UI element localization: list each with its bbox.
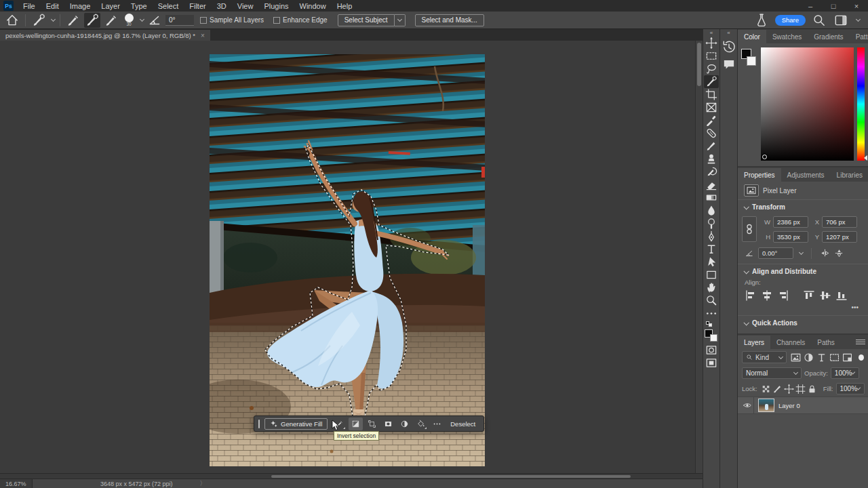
- gradient-tool[interactable]: [704, 191, 719, 204]
- select-and-mask-button[interactable]: Select and Mask...: [415, 14, 484, 26]
- eyedropper-tool[interactable]: [704, 114, 719, 127]
- enhance-edge-checkbox[interactable]: Enhance Edge: [273, 16, 328, 24]
- lock-all-button[interactable]: [806, 384, 818, 394]
- foreground-background-colors[interactable]: [705, 329, 718, 342]
- menu-help[interactable]: Help: [332, 0, 358, 12]
- eraser-tool[interactable]: [704, 178, 719, 191]
- canvas-area[interactable]: Generative Fill Deselect Invert selectio…: [0, 41, 703, 473]
- zoom-tool[interactable]: [704, 294, 719, 307]
- taskbar-brush-button[interactable]: [332, 418, 347, 430]
- align-right-button[interactable]: [776, 289, 791, 302]
- comments-panel-icon[interactable]: [722, 57, 736, 72]
- brush-tool[interactable]: [704, 140, 719, 152]
- tab-libraries[interactable]: Libraries: [831, 168, 868, 182]
- background-color-swatch[interactable]: [747, 56, 756, 66]
- pen-tool[interactable]: [704, 230, 719, 243]
- lasso-tool[interactable]: [704, 62, 719, 75]
- create-adjustment-button[interactable]: [397, 418, 412, 430]
- brush-size-picker[interactable]: 30: [122, 14, 136, 26]
- blur-tool[interactable]: [704, 204, 719, 217]
- move-tool[interactable]: [704, 37, 719, 49]
- transform-section-header[interactable]: Transform: [738, 200, 868, 213]
- deselect-button[interactable]: Deselect: [446, 420, 479, 428]
- more-options-button[interactable]: [430, 418, 444, 430]
- align-bottom-button[interactable]: [834, 289, 849, 302]
- rotation-field[interactable]: 0.00°: [758, 247, 793, 259]
- layer-filter-kind-dropdown[interactable]: Kind: [742, 351, 787, 363]
- type-tool[interactable]: [704, 243, 719, 256]
- lock-transparent-pixels-button[interactable]: [760, 384, 772, 394]
- maximize-button[interactable]: □: [822, 0, 845, 12]
- zoom-level-field[interactable]: 16.67%: [0, 479, 33, 488]
- document-tab[interactable]: pexels-wellington-cunha-1918445.jpg @ 16…: [0, 30, 210, 41]
- rectangle-tool[interactable]: [704, 268, 719, 281]
- filter-shape-layers-icon[interactable]: [828, 352, 841, 363]
- hue-slider-handle[interactable]: [864, 155, 867, 161]
- align-section-header[interactable]: Align and Distribute: [738, 264, 868, 277]
- menu-edit[interactable]: Edit: [41, 0, 64, 12]
- menu-layer[interactable]: Layer: [96, 0, 125, 12]
- lock-position-button[interactable]: [783, 384, 795, 394]
- sample-all-layers-checkbox[interactable]: Sample All Layers: [200, 16, 264, 24]
- create-mask-button[interactable]: [381, 418, 395, 430]
- close-button[interactable]: ×: [845, 0, 868, 12]
- add-to-selection-mode-button[interactable]: [84, 13, 100, 28]
- history-panel-icon[interactable]: [722, 39, 736, 54]
- flip-horizontal-icon[interactable]: [820, 248, 830, 258]
- dodge-tool[interactable]: [704, 217, 719, 230]
- taskbar-drag-handle[interactable]: [258, 420, 260, 428]
- tab-channels[interactable]: Channels: [770, 336, 811, 349]
- crop-tool[interactable]: [704, 88, 719, 101]
- status-options-chevron[interactable]: 〉: [200, 479, 206, 488]
- history-brush-tool[interactable]: [704, 165, 719, 178]
- share-button[interactable]: Share: [775, 15, 806, 26]
- tab-adjustments[interactable]: Adjustments: [781, 168, 831, 182]
- generative-fill-button[interactable]: Generative Fill: [264, 418, 328, 430]
- home-button[interactable]: [4, 13, 20, 28]
- minimize-button[interactable]: –: [799, 0, 822, 12]
- menu-filter[interactable]: Filter: [184, 0, 211, 12]
- path-selection-tool[interactable]: [704, 256, 719, 268]
- filter-toggle-icon[interactable]: [859, 354, 864, 361]
- color-picker-handle[interactable]: [762, 155, 767, 159]
- tab-color[interactable]: Color: [738, 30, 766, 43]
- background-color-swatch[interactable]: [710, 334, 717, 342]
- opacity-field[interactable]: 100%: [831, 367, 859, 379]
- subtract-from-selection-mode-button[interactable]: [103, 13, 119, 28]
- brush-angle-field[interactable]: 0°: [165, 15, 194, 26]
- select-subject-dropdown[interactable]: [395, 14, 406, 26]
- filter-type-layers-icon[interactable]: [815, 352, 828, 363]
- horizontal-scrollbar[interactable]: [0, 473, 703, 479]
- blend-mode-dropdown[interactable]: Normal: [742, 367, 802, 379]
- default-colors-icon[interactable]: [706, 321, 717, 327]
- menu-3d[interactable]: 3D: [212, 0, 232, 12]
- transform-selection-button[interactable]: [365, 418, 379, 430]
- spot-healing-brush-tool[interactable]: [704, 127, 719, 140]
- workspace-switcher-icon[interactable]: [833, 13, 849, 28]
- tab-properties[interactable]: Properties: [738, 168, 781, 182]
- saturation-brightness-field[interactable]: [761, 47, 854, 161]
- filter-adjustment-layers-icon[interactable]: [802, 352, 815, 363]
- menu-type[interactable]: Type: [125, 0, 153, 12]
- frame-tool[interactable]: [704, 101, 719, 114]
- align-more-button[interactable]: •••: [738, 304, 868, 315]
- horizontal-scrollbar-thumb[interactable]: [271, 475, 631, 478]
- layer-visibility-toggle[interactable]: [741, 397, 754, 413]
- align-left-button[interactable]: [743, 289, 758, 302]
- quick-actions-header[interactable]: Quick Actions: [738, 316, 868, 333]
- selection-brush-tool[interactable]: [704, 75, 719, 88]
- expand-panels-button[interactable]: «: [720, 29, 737, 37]
- hue-slider[interactable]: [857, 47, 865, 161]
- align-top-button[interactable]: [802, 289, 816, 302]
- vertical-scrollbar-thumb[interactable]: [697, 43, 701, 86]
- new-selection-mode-button[interactable]: [65, 13, 81, 28]
- menu-select[interactable]: Select: [153, 0, 184, 12]
- search-icon[interactable]: [811, 13, 827, 28]
- menu-view[interactable]: View: [232, 0, 259, 12]
- tool-preset-button[interactable]: [31, 13, 47, 28]
- filter-pixel-layers-icon[interactable]: [789, 352, 802, 363]
- menu-plugins[interactable]: Plugins: [258, 0, 294, 12]
- screen-mode-button[interactable]: [704, 357, 719, 369]
- width-field[interactable]: 2386 px: [773, 216, 808, 228]
- link-dimensions-icon[interactable]: [742, 216, 757, 242]
